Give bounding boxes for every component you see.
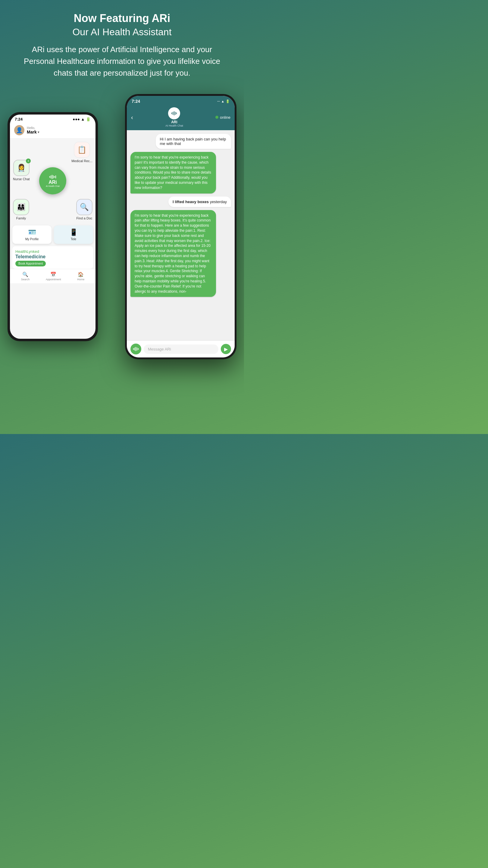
- online-text: online: [220, 115, 230, 120]
- signal-icon: ···: [217, 99, 220, 103]
- phones-container: 7:24 ●●● ▲ 🔋 👤 Hello, Mark ▾: [7, 94, 236, 365]
- back-phone-time: 7:24: [15, 117, 23, 121]
- chat-status-bar: 7:24 ··· ▲ 🔋: [127, 96, 235, 105]
- profile-icon: 🪪: [28, 228, 36, 236]
- ari-chat-sub: AI Health Chat: [165, 124, 183, 127]
- avatar: 👤: [14, 125, 24, 135]
- tele-icon: 📱: [70, 228, 78, 236]
- ari-logo: [168, 107, 180, 119]
- wifi-icon: ▲: [221, 99, 224, 103]
- battery-icon: 🔋: [226, 99, 230, 103]
- user-greeting: Hello, Mark ▾: [27, 126, 39, 134]
- menu-label-find-doc: Find a Doc: [76, 216, 92, 220]
- status-icons: ··· ▲ 🔋: [217, 99, 230, 103]
- message-ai-1: I'm sorry to hear that you're experienci…: [130, 152, 216, 193]
- tele-banner: HealthLynked Telemedicine Book Appointme…: [12, 246, 93, 269]
- tele-text: Telemedicine: [15, 254, 90, 259]
- menu-area: 📋 Medical Rec... 👩‍⚕️ 3 Nurse Chat: [10, 138, 96, 223]
- telemedicine-card[interactable]: 📱 Tele: [54, 225, 93, 244]
- menu-item-nurse-chat[interactable]: 👩‍⚕️ 3 Nurse Chat: [13, 160, 30, 181]
- book-appointment-button[interactable]: Book Appointment: [15, 261, 46, 267]
- menu-label-family: Family: [16, 216, 26, 220]
- chat-header: ‹ ARi AI Health Chat: [127, 105, 235, 130]
- back-phone-app-header: 👤 Hello, Mark ▾: [10, 123, 96, 138]
- ari-header-info: ARi AI Health Chat: [165, 107, 183, 127]
- back-button[interactable]: ‹: [131, 114, 133, 121]
- hl-text: HealthLynked: [15, 249, 90, 254]
- message-input-placeholder: Message ARi: [148, 347, 171, 351]
- my-profile-card[interactable]: 🪪 My Profile: [12, 225, 52, 244]
- menu-label-medical-records: Medical Rec...: [71, 159, 93, 163]
- chat-time: 7:24: [132, 99, 140, 104]
- my-profile-label: My Profile: [25, 238, 38, 241]
- online-dot: [216, 116, 218, 119]
- message-ai-1-text: I'm sorry to hear that you're experienci…: [135, 155, 211, 190]
- back-phone: 7:24 ●●● ▲ 🔋 👤 Hello, Mark ▾: [7, 112, 98, 341]
- chat-messages: Hi I am having back pain can you help me…: [127, 130, 235, 340]
- message-user-2-bold: I lifted heavy boxes: [173, 199, 209, 204]
- nav-search-label: Search: [21, 278, 30, 281]
- message-ai-2-text: I'm sorry to hear that you're experienci…: [135, 213, 210, 293]
- chevron-down-icon: ▾: [38, 130, 39, 134]
- nav-home-label: Home: [77, 278, 84, 281]
- menu-item-family[interactable]: 👨‍👩‍👧 Family: [13, 199, 29, 220]
- nav-search[interactable]: 🔍 Search: [21, 272, 30, 281]
- online-indicator: online: [216, 115, 230, 120]
- user-name[interactable]: Mark ▾: [27, 130, 39, 134]
- back-phone-status-icons: ●●● ▲ 🔋: [73, 117, 91, 121]
- ari-waveform-icon: [50, 175, 56, 179]
- header-description: ARi uses the power of Artificial Intelli…: [18, 44, 226, 79]
- send-button[interactable]: ▶: [221, 344, 231, 354]
- home-icon: 🏠: [78, 272, 84, 277]
- message-input[interactable]: Message ARi: [144, 344, 218, 354]
- back-phone-screen: 7:24 ●●● ▲ 🔋 👤 Hello, Mark ▾: [10, 115, 96, 339]
- message-user-1-text: Hi I am having back pain can you help me…: [160, 137, 226, 146]
- header-title-bold: Now Featuring ARi: [18, 12, 226, 25]
- message-user-2-rest: yesterday: [209, 199, 227, 204]
- bottom-cards: 🪪 My Profile 📱 Tele: [10, 223, 96, 246]
- mic-button[interactable]: [130, 344, 141, 354]
- nav-appointment[interactable]: 📅 Appointment: [46, 272, 61, 281]
- back-phone-nav: 🔍 Search 📅 Appointment 🏠 Home: [10, 269, 96, 283]
- message-user-2: I lifted heavy boxes yesterday: [168, 196, 231, 207]
- tele-label: Tele: [71, 238, 76, 241]
- menu-item-medical-records[interactable]: 📋 Medical Rec...: [71, 142, 93, 163]
- appointment-icon: 📅: [50, 272, 56, 277]
- back-phone-status-bar: 7:24 ●●● ▲ 🔋: [10, 115, 96, 123]
- nav-home[interactable]: 🏠 Home: [77, 272, 84, 281]
- search-icon: 🔍: [22, 272, 28, 277]
- mic-waveform-icon: [133, 347, 138, 351]
- front-phone-screen: 7:24 ··· ▲ 🔋 ‹: [127, 96, 235, 358]
- menu-item-find-doc[interactable]: 🔍 Find a Doc: [76, 199, 93, 220]
- ari-center-button[interactable]: ARi AI Health Chat: [39, 167, 66, 194]
- message-ai-2: I'm sorry to hear that you're experienci…: [130, 210, 216, 297]
- chat-input-bar: Message ARi ▶: [127, 340, 235, 358]
- message-user-1: Hi I am having back pain can you help me…: [156, 134, 231, 149]
- greeting-text: Hello,: [27, 126, 39, 130]
- ari-logo-waveform-icon: [171, 111, 177, 116]
- header-title-sub: Our AI Health Assistant: [18, 27, 226, 38]
- front-phone: 7:24 ··· ▲ 🔋 ‹: [125, 94, 236, 359]
- ari-chat-name: ARi: [171, 120, 177, 124]
- menu-label-nurse-chat: Nurse Chat: [13, 177, 30, 181]
- header: Now Featuring ARi Our AI Health Assistan…: [6, 12, 238, 79]
- nurse-chat-badge: 3: [26, 158, 31, 163]
- nav-appointment-label: Appointment: [46, 278, 61, 281]
